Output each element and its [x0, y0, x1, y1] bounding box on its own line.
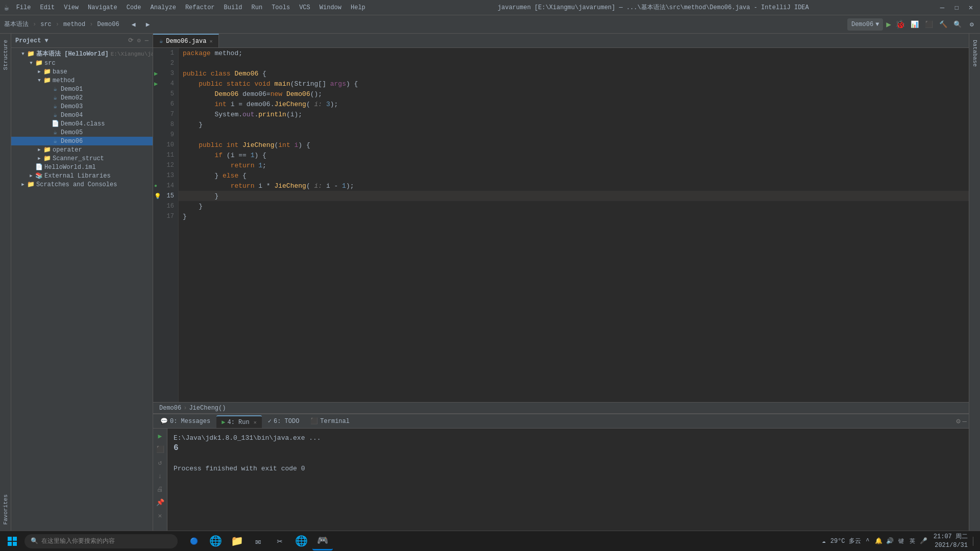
tree-item-demo04[interactable]: ☕ Demo04: [11, 111, 153, 119]
tree-item-base[interactable]: ▶ 📁 base: [11, 67, 153, 76]
run-print-icon[interactable]: 🖨: [155, 484, 166, 495]
run-gutter-icon-4[interactable]: ▶: [154, 80, 158, 88]
show-desktop-icon[interactable]: [973, 537, 978, 546]
taskbar-app-mail[interactable]: ✉: [248, 532, 268, 550]
tree-label-base: base: [53, 68, 67, 76]
structure-tab[interactable]: Structure: [1, 36, 11, 74]
start-button[interactable]: [2, 532, 22, 550]
hide-icon[interactable]: —: [145, 37, 149, 44]
run-config-selector[interactable]: Demo06 ▼: [847, 18, 883, 31]
editor-tabs: ☕ Demo06.java ✕: [153, 34, 969, 48]
taskbar-app-explorer[interactable]: 📁: [227, 532, 247, 550]
run-output-value: 6: [174, 443, 963, 453]
run-close-icon[interactable]: ✕: [155, 510, 166, 521]
maximize-button[interactable]: ☐: [951, 3, 962, 13]
taskbar-search[interactable]: 🔍 在这里输入你要搜索的内容: [24, 534, 178, 548]
tree-item-demo04-class[interactable]: 📄 Demo04.class: [11, 119, 153, 128]
menu-code[interactable]: Code: [122, 3, 145, 12]
menu-build[interactable]: Build: [220, 3, 247, 12]
breadcrumb-method[interactable]: method: [61, 20, 87, 29]
build-button[interactable]: 🔨: [937, 18, 949, 31]
debug-button[interactable]: 🐞: [895, 19, 905, 30]
run-tab-close[interactable]: ✕: [254, 419, 257, 425]
taskbar-clock[interactable]: 21:07 周二 2021/8/31: [930, 533, 971, 550]
run-play-icon[interactable]: ▶: [155, 431, 166, 442]
java-icon: ☕: [51, 129, 59, 136]
code-content[interactable]: package method; public class Demo06 { pu…: [179, 48, 969, 402]
ime-icon[interactable]: 英: [908, 537, 917, 546]
warn-gutter-icon-15[interactable]: 💡: [154, 193, 161, 199]
close-button[interactable]: ✕: [966, 3, 976, 13]
taskbar-app-search[interactable]: 🔵: [184, 532, 204, 550]
editor-tab-demo06[interactable]: ☕ Demo06.java ✕: [153, 34, 219, 47]
menu-tools[interactable]: Tools: [267, 3, 294, 12]
tree-item-operater[interactable]: ▶ 📁 operater: [11, 145, 153, 154]
bottom-tab-run[interactable]: ▶ 4: Run ✕: [216, 415, 261, 428]
breadcrumb-jiyufa[interactable]: 基本语法: [2, 19, 31, 30]
settings-icon[interactable]: ⚙: [137, 37, 141, 44]
taskbar-app-edge[interactable]: 🌐: [205, 532, 226, 550]
taskbar-app-chrome[interactable]: 🌐: [291, 532, 311, 550]
run-gutter-icon-3[interactable]: ▶: [154, 70, 158, 78]
bottom-tab-messages[interactable]: 💬 0: Messages: [155, 415, 215, 427]
settings-button[interactable]: ⚙: [966, 18, 978, 31]
tab-close-icon[interactable]: ✕: [209, 38, 212, 44]
volume-icon[interactable]: 🔊: [886, 537, 895, 546]
stop-button[interactable]: ⬛: [923, 18, 935, 31]
menu-analyze[interactable]: Analyze: [146, 3, 180, 12]
menu-refactor[interactable]: Refactor: [181, 3, 219, 12]
favorites-tab[interactable]: Favorites: [1, 490, 11, 529]
run-hide-icon[interactable]: —: [963, 417, 967, 425]
breadcrumb-demo06-label[interactable]: Demo06: [159, 405, 181, 412]
taskbar-app-sniptools[interactable]: ✂: [270, 532, 290, 550]
clock-date: 2021/8/31: [934, 541, 968, 550]
run-with-coverage-button[interactable]: 📊: [909, 18, 921, 31]
menu-file[interactable]: File: [12, 3, 35, 12]
menu-edit[interactable]: Edit: [36, 3, 59, 12]
tree-item-demo05[interactable]: ☕ Demo05: [11, 128, 153, 137]
weather-icon[interactable]: ☁: [819, 537, 828, 546]
breadcrumb-jiecheng-label[interactable]: JieCheng(): [189, 405, 226, 412]
run-button[interactable]: ▶: [886, 19, 891, 30]
sync-icon[interactable]: ⟳: [128, 37, 133, 44]
debug-gutter-icon-14[interactable]: ●: [154, 183, 157, 189]
method-folder-icon: 📁: [43, 77, 51, 84]
run-pin-icon[interactable]: 📌: [155, 497, 166, 508]
menu-window[interactable]: Window: [315, 3, 346, 12]
show-hidden-icon[interactable]: ^: [863, 537, 872, 546]
minimize-button[interactable]: —: [937, 3, 947, 13]
menu-help[interactable]: Help: [347, 3, 370, 12]
mic-icon[interactable]: 🎤: [919, 537, 928, 546]
menu-navigate[interactable]: Navigate: [84, 3, 121, 12]
menu-view[interactable]: View: [60, 3, 83, 12]
back-button[interactable]: ◀: [128, 18, 140, 31]
tree-item-demo02[interactable]: ☕ Demo02: [11, 93, 153, 102]
tree-item-scanner-struct[interactable]: ▶ 📁 Scanner_struct: [11, 154, 153, 163]
bottom-tab-todo[interactable]: ✓ 6: TODO: [263, 415, 305, 427]
run-scroll-end-icon[interactable]: ↓: [155, 470, 166, 482]
tree-item-demo03[interactable]: ☕ Demo03: [11, 102, 153, 111]
database-tab[interactable]: Database: [970, 36, 980, 71]
tree-item-demo01[interactable]: ☕ Demo01: [11, 85, 153, 93]
line-13: 13: [153, 170, 178, 181]
tree-item-method[interactable]: ▼ 📁 method: [11, 76, 153, 85]
taskbar-app-intellij[interactable]: 🎮: [312, 532, 333, 550]
run-settings-icon[interactable]: ⚙: [956, 417, 960, 425]
notification-icon[interactable]: 🔔: [874, 537, 884, 546]
run-stop-icon[interactable]: ⬛: [155, 444, 166, 455]
tree-item-demo06[interactable]: ☕ Demo06: [11, 137, 153, 145]
breadcrumb-demo06[interactable]: Demo06: [95, 20, 121, 29]
run-rerun-icon[interactable]: ↺: [155, 457, 166, 468]
bottom-tab-terminal[interactable]: ⬛ Terminal: [305, 415, 355, 427]
find-action-button[interactable]: 🔍: [951, 18, 964, 31]
menu-run[interactable]: Run: [248, 3, 267, 12]
tree-item-ext-libs[interactable]: ▶ 📚 External Libraries: [11, 171, 153, 180]
tree-item-root[interactable]: ▼ 📁 基本语法 [HelloWorld] E:\Xiangmu\java: [11, 49, 153, 59]
tree-item-src[interactable]: ▼ 📁 src: [11, 59, 153, 67]
forward-button[interactable]: ▶: [142, 18, 154, 31]
breadcrumb-src[interactable]: src: [38, 20, 54, 29]
tree-item-scratches[interactable]: ▶ 📁 Scratches and Consoles: [11, 180, 153, 189]
menu-vcs[interactable]: VCS: [295, 3, 314, 12]
tree-item-helloworld-iml[interactable]: 📄 HelloWorld.iml: [11, 163, 153, 171]
input-method-icon[interactable]: 键: [897, 537, 906, 546]
